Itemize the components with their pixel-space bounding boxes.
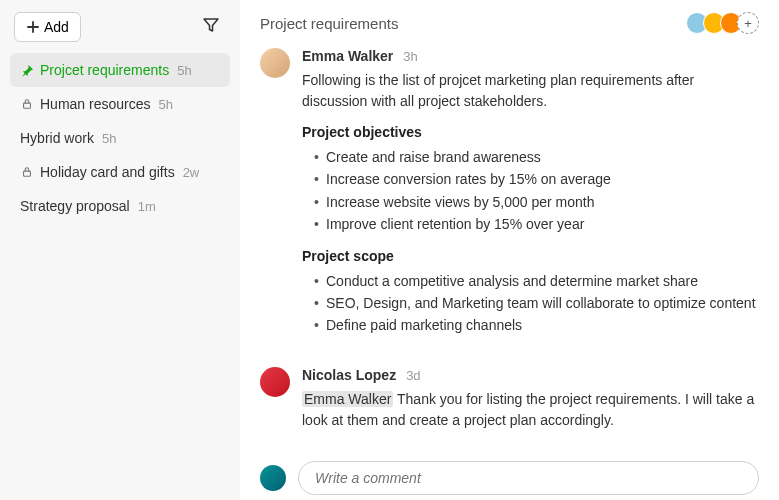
bullet-item: Define paid marketing channels — [314, 314, 759, 336]
sidebar-item-label: Strategy proposal — [20, 198, 130, 214]
message: Nicolas Lopez 3d Emma Walker Thank you f… — [260, 367, 759, 443]
sidebar-item-human-resources[interactable]: Human resources 5h — [10, 87, 230, 121]
bullet-item: Create and raise brand awareness — [314, 146, 759, 168]
avatar — [260, 367, 290, 397]
bullet-item: Conduct a competitive analysis and deter… — [314, 270, 759, 292]
plus-icon: + — [744, 16, 752, 31]
member-avatars: + — [691, 12, 759, 34]
sidebar: Add Projcet requirements 5h Human resour… — [0, 0, 240, 500]
sidebar-item-holiday-card[interactable]: Holiday card and gifts 2w — [10, 155, 230, 189]
bullet-item: Increase website views by 5,000 per mont… — [314, 191, 759, 213]
bullet-item: Increase conversion rates by 15% on aver… — [314, 168, 759, 190]
message-author: Emma Walker — [302, 48, 393, 64]
sidebar-item-project-requirements[interactable]: Projcet requirements 5h — [10, 53, 230, 87]
message-time: 3d — [406, 368, 420, 383]
section-title: Project objectives — [302, 124, 759, 140]
sidebar-item-time: 5h — [159, 97, 173, 112]
svg-rect-1 — [24, 171, 31, 176]
sidebar-item-label: Hybrid work — [20, 130, 94, 146]
lock-icon — [20, 97, 34, 111]
sidebar-item-label: Projcet requirements — [40, 62, 169, 78]
sidebar-item-label: Human resources — [40, 96, 151, 112]
bullet-item: SEO, Design, and Marketing team will col… — [314, 292, 759, 314]
sidebar-item-label: Holiday card and gifts — [40, 164, 175, 180]
message-header: Emma Walker 3h — [302, 48, 759, 64]
message-header: Nicolas Lopez 3d — [302, 367, 759, 383]
comment-input[interactable] — [298, 461, 759, 495]
add-member-button[interactable]: + — [737, 12, 759, 34]
svg-rect-0 — [24, 103, 31, 108]
plus-icon — [26, 20, 40, 34]
main-header: Project requirements + — [260, 12, 759, 34]
page-title: Project requirements — [260, 15, 398, 32]
section-title: Project scope — [302, 248, 759, 264]
add-button[interactable]: Add — [14, 12, 81, 42]
message-time: 3h — [403, 49, 417, 64]
add-button-label: Add — [44, 19, 69, 35]
message: Emma Walker 3h Following is the list of … — [260, 48, 759, 349]
sidebar-item-time: 2w — [183, 165, 200, 180]
bullet-list: Conduct a competitive analysis and deter… — [302, 270, 759, 337]
bullet-item: Improve client retention by 15% over yea… — [314, 213, 759, 235]
filter-icon — [202, 22, 220, 37]
message-text: Emma Walker Thank you for listing the pr… — [302, 389, 759, 431]
sidebar-item-strategy-proposal[interactable]: Strategy proposal 1m — [10, 189, 230, 223]
pin-icon — [20, 63, 34, 77]
sidebar-item-time: 5h — [102, 131, 116, 146]
main-panel: Project requirements + Emma Walker 3h Fo… — [240, 0, 779, 500]
sidebar-item-time: 5h — [177, 63, 191, 78]
composer — [260, 461, 759, 495]
message-text: Following is the list of projcet marketi… — [302, 70, 759, 112]
filter-button[interactable] — [196, 10, 226, 43]
message-body: Nicolas Lopez 3d Emma Walker Thank you f… — [302, 367, 759, 443]
sidebar-toolbar: Add — [10, 10, 230, 43]
lock-icon — [20, 165, 34, 179]
message-body: Emma Walker 3h Following is the list of … — [302, 48, 759, 349]
avatar — [260, 465, 286, 491]
sidebar-item-time: 1m — [138, 199, 156, 214]
avatar — [260, 48, 290, 78]
mention[interactable]: Emma Walker — [302, 391, 393, 407]
message-author: Nicolas Lopez — [302, 367, 396, 383]
sidebar-item-hybrid-work[interactable]: Hybrid work 5h — [10, 121, 230, 155]
bullet-list: Create and raise brand awareness Increas… — [302, 146, 759, 236]
